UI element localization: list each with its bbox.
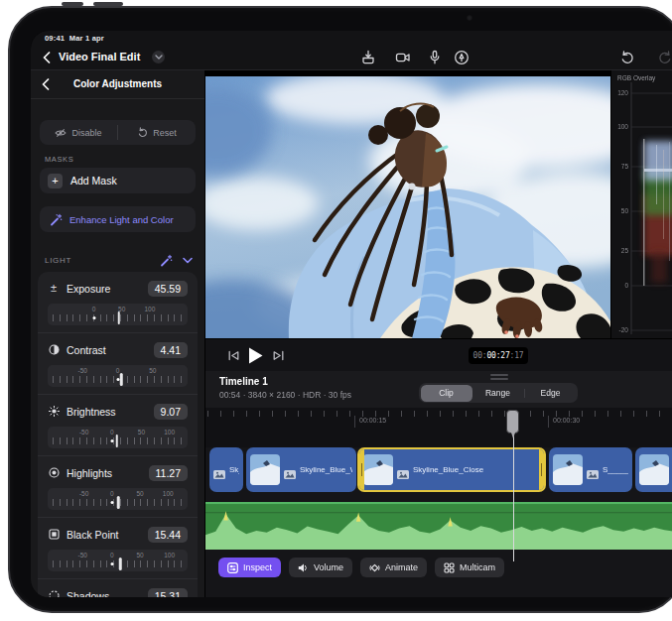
magic-wand-icon: [50, 213, 63, 226]
back-chevron-icon[interactable]: [43, 52, 51, 63]
clip-label: Skyline_Blue_Wide: [300, 465, 352, 474]
slider-value-indicator[interactable]: [120, 373, 123, 386]
slider-name: Black Point: [67, 529, 141, 541]
redo-button[interactable]: [657, 50, 672, 65]
photo-badge-icon: [587, 465, 599, 474]
panel-resize-handle[interactable]: [490, 374, 508, 382]
slider-ruler[interactable]: -50050100: [48, 488, 188, 510]
add-mask-button[interactable]: + Add Mask: [40, 168, 196, 193]
disable-reset-group: Disable Reset: [40, 120, 196, 145]
clip[interactable]: S________: [549, 447, 632, 492]
slider-value[interactable]: 9.07: [154, 404, 188, 420]
status-bar: 09:41 Mar 1 apr: [31, 31, 672, 45]
slider-ruler[interactable]: -50050: [48, 365, 188, 387]
volume-button[interactable]: Volume: [289, 558, 352, 577]
mode-range[interactable]: Range: [472, 385, 524, 402]
playhead-line: [513, 433, 515, 561]
ruler-label: -50: [78, 552, 87, 559]
trim-handle-right[interactable]: [539, 449, 544, 490]
timeline-ruler[interactable]: 00:00:1500:00:30: [205, 408, 672, 447]
slider-value-indicator[interactable]: [118, 311, 121, 324]
clip-selected[interactable]: Skyline_Blue_Close: [357, 447, 546, 492]
ruler-label: 50: [136, 490, 143, 497]
project-title[interactable]: Video Final Edit: [59, 51, 140, 62]
disable-button[interactable]: Disable: [40, 120, 117, 145]
microphone-button[interactable]: [427, 50, 443, 65]
ruler-label: 0: [110, 490, 114, 497]
reset-icon: [137, 127, 148, 138]
import-media-button[interactable]: [360, 50, 376, 65]
slider-value[interactable]: 15.44: [148, 527, 188, 543]
clip-label: Skyline_Blue_Close: [413, 465, 483, 474]
panel-title: Color Adjustments: [31, 78, 204, 89]
slider-name: Brightness: [67, 406, 147, 418]
slider-ruler[interactable]: -50050100: [48, 550, 188, 571]
animate-button[interactable]: Animate: [360, 558, 427, 577]
slider-value[interactable]: 11.27: [149, 465, 189, 481]
audio-track[interactable]: [205, 502, 672, 550]
mode-clip[interactable]: Clip: [421, 385, 472, 402]
ruler-origin-dot: [92, 316, 95, 319]
brightness-icon: [48, 406, 60, 418]
tool-label: Animate: [385, 562, 418, 572]
scope-axis-label: 25: [621, 247, 629, 254]
slider-name: Exposure: [67, 283, 141, 295]
undo-button[interactable]: [619, 50, 635, 65]
light-section-header: LIGHT: [45, 253, 193, 267]
reset-button[interactable]: Reset: [118, 120, 196, 145]
timeline-toolbar: Inspect Volume Animate Multicam: [218, 558, 504, 577]
plus-icon: +: [48, 174, 63, 188]
slider-value[interactable]: 4.41: [154, 342, 188, 358]
auto-enhance-icon[interactable]: [160, 254, 173, 267]
slider-value-indicator[interactable]: [116, 435, 119, 447]
skip-forward-button[interactable]: [272, 349, 285, 362]
status-date: Mar 1 apr: [69, 34, 104, 43]
timecode-main: 00:27: [486, 351, 509, 360]
slider-value[interactable]: 15.31: [148, 588, 188, 598]
camera-button[interactable]: [395, 50, 411, 65]
play-button[interactable]: [248, 347, 263, 364]
slider-value[interactable]: 45.59: [148, 281, 188, 297]
timecode-display[interactable]: 00:00:27:17: [469, 347, 528, 364]
slider-ruler[interactable]: -50050100: [48, 427, 188, 448]
timecode-ruler-label: 00:00:15: [354, 416, 386, 428]
rgb-overlay-scope: RGB Overlay 1201007550250-20: [610, 70, 672, 338]
color-adjustments-panel: Color Adjustments Disable Reset MASKS + …: [31, 70, 205, 597]
slider-black-point: Black Point 15.44 -50050100: [38, 518, 198, 579]
clip[interactable]: Skyline_Blue_Wide: [246, 447, 356, 492]
slider-value-indicator[interactable]: [119, 558, 122, 570]
ruler-origin-dot: [116, 378, 119, 381]
clip[interactable]: Sk____: [209, 447, 243, 492]
mode-edge[interactable]: Edge: [525, 385, 577, 402]
collapse-chevron-icon[interactable]: [183, 257, 193, 264]
clip[interactable]: [635, 447, 672, 492]
nav-bar: Video Final Edit: [31, 45, 672, 70]
markup-pencil-button[interactable]: [454, 50, 470, 65]
content-area: RGB Overlay 1201007550250-20 00:00:27:17…: [205, 70, 672, 597]
scope-waveform: 1201007550250-20: [611, 70, 672, 338]
project-title-dropdown[interactable]: [152, 51, 165, 63]
playhead-handle[interactable]: [506, 410, 519, 434]
ruler-label: 0: [110, 552, 114, 559]
scope-axis-label: 75: [621, 163, 629, 170]
contrast-icon: [48, 344, 60, 356]
slider-value-indicator[interactable]: [117, 496, 120, 509]
slider-brightness: Brightness 9.07 -50050100: [38, 395, 198, 456]
chevron-down-icon: [155, 55, 163, 60]
skip-back-button[interactable]: [227, 349, 240, 362]
ruler-label: 50: [136, 552, 143, 559]
multicam-button[interactable]: Multicam: [435, 558, 504, 577]
inspect-icon: [227, 562, 238, 573]
timecode-hours: 00:: [473, 351, 487, 360]
inspect-button[interactable]: Inspect: [218, 558, 281, 577]
timeline-meta: 00:54 · 3840 × 2160 · HDR · 30 fps: [219, 390, 351, 400]
photo-badge-icon: [213, 465, 225, 474]
status-time: 09:41: [45, 34, 65, 43]
timecode-frames: :17: [510, 351, 524, 360]
tool-label: Inspect: [243, 562, 272, 572]
enhance-light-color-button[interactable]: Enhance Light and Color: [40, 206, 196, 232]
video-preview[interactable]: [205, 70, 610, 338]
slider-ruler[interactable]: 050100: [48, 304, 188, 325]
trim-handle-left[interactable]: [359, 449, 364, 490]
clip-thumbnail: [553, 454, 583, 485]
